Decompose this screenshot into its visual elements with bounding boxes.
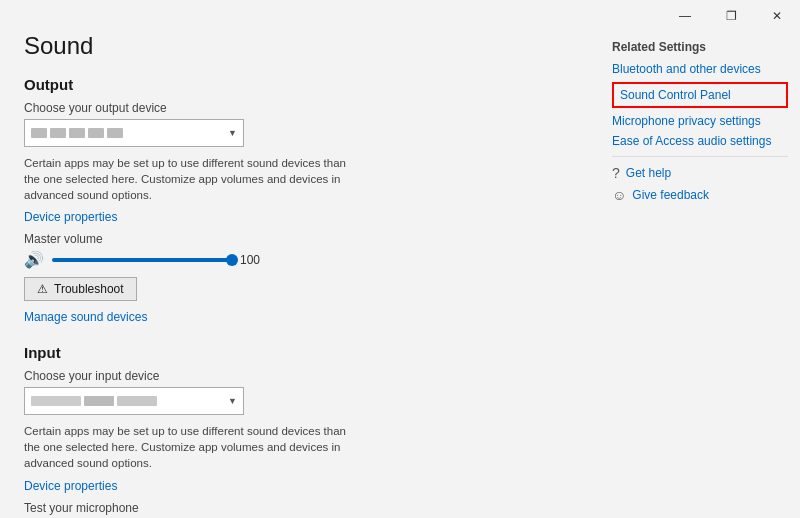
speaker-icon: 🔊 xyxy=(24,250,44,269)
output-info-text: Certain apps may be set up to use differ… xyxy=(24,155,364,203)
input-device-chevron-icon: ▼ xyxy=(228,396,237,406)
get-help-row[interactable]: ? Get help xyxy=(612,165,788,181)
output-device-select[interactable]: ▼ xyxy=(24,119,244,147)
volume-value: 100 xyxy=(240,253,268,267)
right-panel-divider xyxy=(612,156,788,157)
output-device-chevron-icon: ▼ xyxy=(228,128,237,138)
mic-test-label: Test your microphone xyxy=(24,501,576,515)
microphone-privacy-link[interactable]: Microphone privacy settings xyxy=(612,114,788,128)
main-panel: Sound Output Choose your output device ▼… xyxy=(0,32,600,518)
output-section-title: Output xyxy=(24,76,576,93)
restore-button[interactable]: ❐ xyxy=(708,0,754,32)
output-troubleshoot-button[interactable]: ⚠ Troubleshoot xyxy=(24,277,137,301)
input-info-text: Certain apps may be set up to use differ… xyxy=(24,423,364,471)
output-manage-link[interactable]: Manage sound devices xyxy=(24,310,147,324)
input-device-select-inner xyxy=(31,396,224,406)
input-device-properties-link[interactable]: Device properties xyxy=(24,479,117,493)
page-title: Sound xyxy=(24,32,576,60)
select-block-2 xyxy=(50,128,66,138)
mic-test-section: Test your microphone 🎤 xyxy=(24,501,576,518)
volume-slider-thumb xyxy=(226,254,238,266)
output-troubleshoot-label: Troubleshoot xyxy=(54,282,124,296)
window: — ❐ ✕ Sound Output Choose your output de… xyxy=(0,0,800,518)
output-device-label: Choose your output device xyxy=(24,101,576,115)
input-select-block-3 xyxy=(117,396,157,406)
select-block-4 xyxy=(88,128,104,138)
input-device-label: Choose your input device xyxy=(24,369,576,383)
get-help-icon: ? xyxy=(612,165,620,181)
output-device-select-inner xyxy=(31,128,224,138)
volume-slider-fill xyxy=(52,258,232,262)
select-block-3 xyxy=(69,128,85,138)
give-feedback-icon: ☺ xyxy=(612,187,626,203)
get-help-link[interactable]: Get help xyxy=(626,166,671,180)
volume-slider[interactable] xyxy=(52,258,232,262)
minimize-button[interactable]: — xyxy=(662,0,708,32)
volume-row: 🔊 100 xyxy=(24,250,576,269)
ease-of-access-link[interactable]: Ease of Access audio settings xyxy=(612,134,788,148)
give-feedback-link[interactable]: Give feedback xyxy=(632,188,709,202)
give-feedback-row[interactable]: ☺ Give feedback xyxy=(612,187,788,203)
volume-label: Master volume xyxy=(24,232,576,246)
title-bar-controls: — ❐ ✕ xyxy=(662,0,800,32)
warning-icon: ⚠ xyxy=(37,282,48,296)
title-bar: — ❐ ✕ xyxy=(0,0,800,32)
right-panel: Related Settings Bluetooth and other dev… xyxy=(600,32,800,518)
sound-control-panel-link[interactable]: Sound Control Panel xyxy=(620,88,780,102)
volume-section: Master volume 🔊 100 xyxy=(24,232,576,269)
select-block-1 xyxy=(31,128,47,138)
output-device-properties-link[interactable]: Device properties xyxy=(24,210,117,224)
select-block-5 xyxy=(107,128,123,138)
related-settings-title: Related Settings xyxy=(612,40,788,54)
input-select-block-2 xyxy=(84,396,114,406)
bluetooth-link[interactable]: Bluetooth and other devices xyxy=(612,62,788,76)
input-section-title: Input xyxy=(24,344,576,361)
close-button[interactable]: ✕ xyxy=(754,0,800,32)
content: Sound Output Choose your output device ▼… xyxy=(0,32,800,518)
input-device-select[interactable]: ▼ xyxy=(24,387,244,415)
input-select-block-1 xyxy=(31,396,81,406)
sound-control-panel-highlight: Sound Control Panel xyxy=(612,82,788,108)
